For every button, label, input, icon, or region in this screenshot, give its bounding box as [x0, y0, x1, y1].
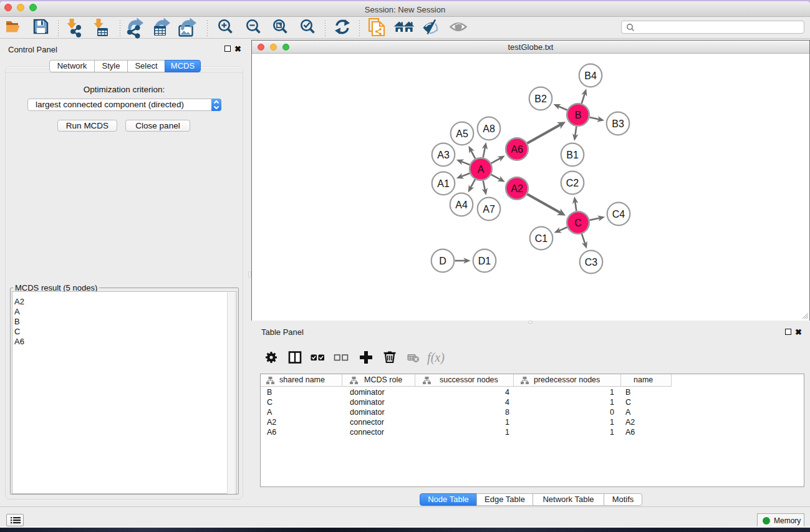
svg-text:C: C [574, 218, 582, 228]
svg-text:A1: A1 [437, 178, 450, 189]
svg-text:A: A [478, 164, 485, 175]
svg-text:A2: A2 [511, 183, 523, 194]
svg-text:A5: A5 [456, 128, 468, 139]
svg-text:D: D [439, 256, 446, 266]
svg-text:A3: A3 [437, 150, 450, 160]
svg-text:D1: D1 [478, 256, 491, 266]
svg-text:A7: A7 [483, 204, 495, 215]
svg-text:C4: C4 [612, 209, 625, 220]
svg-text:C3: C3 [585, 257, 598, 268]
svg-text:B: B [575, 110, 582, 120]
svg-text:B4: B4 [584, 70, 597, 81]
svg-text:f(x): f(x) [427, 351, 445, 365]
svg-text:A8: A8 [483, 123, 495, 134]
svg-text:B1: B1 [566, 150, 579, 160]
svg-text:B2: B2 [534, 94, 547, 104]
svg-text:A6: A6 [511, 144, 523, 155]
svg-text:A4: A4 [455, 200, 468, 210]
svg-text:C1: C1 [535, 233, 548, 244]
svg-text:B3: B3 [612, 118, 624, 129]
svg-text:C2: C2 [566, 178, 579, 188]
